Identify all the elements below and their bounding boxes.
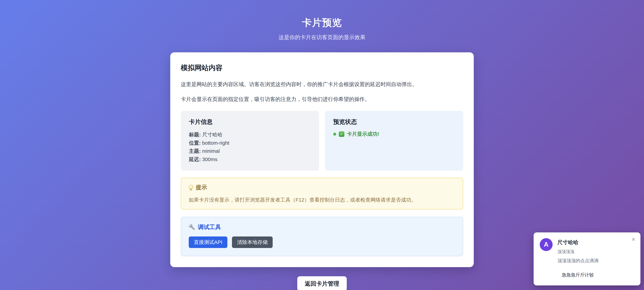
- wrench-icon: [189, 224, 195, 230]
- tip-heading: 提示: [189, 184, 455, 191]
- card-info-label: 延迟:: [189, 157, 201, 162]
- back-to-card-management-button[interactable]: 返回卡片管理: [297, 276, 347, 290]
- clear-storage-button[interactable]: 清除本地存储: [232, 237, 273, 248]
- status-line: ✓ 卡片显示成功!: [333, 131, 455, 138]
- debug-tools-box: 调试工具 直接测试API 清除本地存储: [181, 217, 463, 256]
- tip-heading-label: 提示: [196, 184, 207, 191]
- popup-cta-button[interactable]: 急急急斤斤计较: [562, 272, 594, 278]
- popup-header: A 尺寸哈哈 顶顶顶顶: [540, 238, 634, 255]
- green-dot-icon: [333, 133, 336, 136]
- card-info-value: bottom-right: [202, 140, 229, 146]
- mock-site-paragraph-2: 卡片会显示在页面的指定位置，吸引访客的注意力，引导他们进行你希望的操作。: [181, 95, 463, 103]
- debug-tools-heading: 调试工具: [189, 223, 455, 231]
- page-header: 卡片预览 这是你的卡片在访客页面的显示效果: [0, 0, 644, 41]
- popup-titles: 尺寸哈哈 顶顶顶顶: [557, 238, 578, 255]
- card-info-row-title: 标题: 尺寸哈哈: [189, 131, 311, 139]
- promo-popup-card: × A 尺寸哈哈 顶顶顶顶 顶顶顶顶的点点滴滴 急急急斤斤计较: [534, 232, 640, 286]
- tip-text: 如果卡片没有显示，请打开浏览器开发者工具（F12）查看控制台日志，或者检查网络请…: [189, 196, 455, 204]
- mock-site-card: 模拟网站内容 这里是网站的主要内容区域。访客在浏览这些内容时，你的推广卡片会根据…: [170, 52, 474, 267]
- card-info-row-theme: 主题: minimal: [189, 147, 311, 155]
- debug-buttons-row: 直接测试API 清除本地存储: [189, 237, 455, 248]
- card-info-label: 主题:: [189, 148, 201, 154]
- card-info-value: 300ms: [202, 157, 218, 162]
- tip-box: 提示 如果卡片没有显示，请打开浏览器开发者工具（F12）查看控制台日志，或者检查…: [181, 178, 463, 210]
- popup-description: 顶顶顶顶的点点滴滴: [557, 258, 634, 264]
- lightbulb-icon: [189, 185, 193, 189]
- preview-status-box: 预览状态 ✓ 卡片显示成功!: [325, 111, 463, 171]
- preview-status-heading: 预览状态: [333, 118, 455, 126]
- card-info-row-delay: 延迟: 300ms: [189, 155, 311, 164]
- debug-tools-label: 调试工具: [198, 223, 221, 231]
- popup-title: 尺寸哈哈: [557, 239, 578, 246]
- mock-site-heading: 模拟网站内容: [181, 63, 463, 72]
- mock-site-paragraph-1: 这里是网站的主要内容区域。访客在浏览这些内容时，你的推广卡片会根据设置的延迟时间…: [181, 80, 463, 88]
- info-boxes-row: 卡片信息 标题: 尺寸哈哈 位置: bottom-right 主题: minim…: [181, 111, 463, 171]
- card-info-label: 位置:: [189, 140, 201, 146]
- close-icon[interactable]: ×: [632, 236, 635, 243]
- card-info-row-position: 位置: bottom-right: [189, 139, 311, 147]
- test-api-button[interactable]: 直接测试API: [189, 237, 228, 248]
- check-badge-icon: ✓: [339, 131, 344, 137]
- card-info-box: 卡片信息 标题: 尺寸哈哈 位置: bottom-right 主题: minim…: [181, 111, 319, 171]
- page-subtitle: 这是你的卡片在访客页面的显示效果: [0, 34, 644, 41]
- avatar: A: [540, 238, 552, 251]
- card-info-label: 标题:: [189, 132, 201, 137]
- card-info-value: minimal: [202, 148, 220, 154]
- status-text: 卡片显示成功!: [347, 131, 379, 138]
- card-info-value: 尺寸哈哈: [202, 132, 222, 137]
- popup-subtitle: 顶顶顶顶: [557, 249, 578, 255]
- card-info-heading: 卡片信息: [189, 118, 311, 126]
- card-preview-page: 卡片预览 这是你的卡片在访客页面的显示效果 模拟网站内容 这里是网站的主要内容区…: [0, 0, 644, 290]
- page-title: 卡片预览: [0, 16, 644, 29]
